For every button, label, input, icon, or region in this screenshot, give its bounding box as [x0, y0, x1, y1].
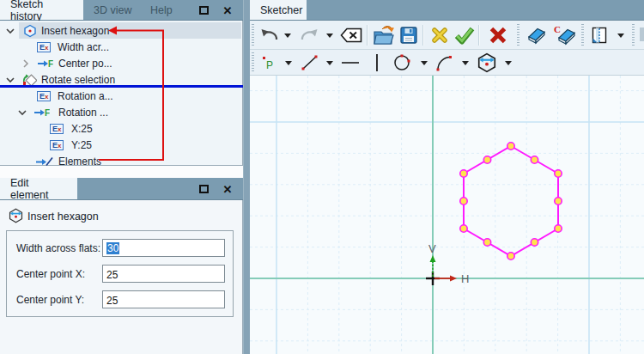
- hexagon-point-marker[interactable]: [555, 225, 562, 232]
- horizontal-line-icon: [340, 54, 361, 71]
- maximize-button[interactable]: [196, 3, 211, 18]
- toolbar-drag-handle[interactable]: [517, 24, 519, 46]
- parameters-groupbox: Width across flats: 30 Center point X: C…: [6, 230, 234, 317]
- backspace-button[interactable]: [339, 24, 363, 46]
- hexagon-tool-icon: [477, 52, 497, 73]
- h-axis-label: H: [461, 272, 469, 285]
- hexagon-insert-icon: [23, 24, 37, 38]
- sketcher-toolbar-draw: P: [250, 50, 644, 76]
- field-label-center-point-y: Center point Y:: [16, 294, 84, 306]
- arc-tool-button[interactable]: [434, 52, 455, 73]
- tab-sketch-history[interactable]: Sketch history: [0, 0, 83, 20]
- close-button[interactable]: ✕: [220, 181, 235, 197]
- application-window: Sketch history 3D view Help ✕ Insert hex…: [0, 0, 644, 354]
- erase-element-button[interactable]: [524, 24, 548, 46]
- undo-button[interactable]: [258, 24, 280, 46]
- point-dropdown-button[interactable]: [283, 57, 294, 69]
- toolbar-drag-handle[interactable]: [581, 24, 584, 46]
- tab-help[interactable]: Help: [140, 0, 183, 20]
- hexagon-point-marker[interactable]: [483, 239, 490, 246]
- hexagon-point-marker[interactable]: [555, 170, 562, 177]
- redo-button[interactable]: [299, 24, 321, 46]
- hexagon-point-marker[interactable]: [555, 198, 562, 204]
- line-tool-button[interactable]: [300, 52, 320, 73]
- edit-form-title: Insert hexagon: [27, 211, 99, 223]
- svg-text:F: F: [48, 59, 53, 69]
- hexagon-width-icon: [8, 208, 24, 223]
- horizontal-line-tool-button[interactable]: [339, 52, 361, 73]
- tree-item-rotation-angle[interactable]: Ex Rotation a...: [0, 88, 241, 104]
- panel-toggle-button[interactable]: [588, 24, 611, 46]
- toolbar-drag-handle[interactable]: [252, 52, 254, 73]
- hexagon-point-marker[interactable]: [460, 198, 467, 204]
- confirm-button[interactable]: [453, 23, 477, 47]
- eraser-icon: [525, 25, 547, 46]
- circle-dropdown-button[interactable]: [419, 57, 429, 69]
- delete-button[interactable]: [487, 24, 509, 46]
- hexagon-point-marker[interactable]: [507, 143, 514, 150]
- hexagon-point-marker[interactable]: [531, 239, 538, 246]
- v-axis-arrow: [430, 255, 436, 262]
- grid-minor-lines: [250, 76, 644, 354]
- tab-edit-element[interactable]: Edit element: [0, 178, 77, 199]
- axes-lines: [250, 76, 644, 354]
- svg-text:F: F: [45, 108, 50, 118]
- hexagon-point-marker[interactable]: [483, 156, 490, 163]
- point-coordinate-icon: F: [34, 107, 50, 118]
- chevron-down-icon: [505, 61, 512, 65]
- toolbar-separator: [367, 25, 368, 46]
- redo-icon: [300, 26, 320, 45]
- tree-item-x-value[interactable]: Ex X:25: [0, 120, 241, 137]
- hexagon-point-markers[interactable]: [460, 143, 562, 259]
- undo-dropdown-button[interactable]: [283, 29, 293, 41]
- toolbar-drag-handle[interactable]: [632, 24, 635, 46]
- chevron-down-icon[interactable]: [17, 107, 27, 118]
- tree-item-width-across[interactable]: Ex Width acr...: [0, 39, 241, 55]
- chevron-down-icon[interactable]: [5, 26, 15, 36]
- hexagon-point-marker[interactable]: [460, 225, 467, 232]
- circle-tool-button[interactable]: [392, 52, 412, 73]
- width-across-flats-input[interactable]: 30: [102, 239, 225, 257]
- panel-toggle-dropdown-button[interactable]: [616, 29, 626, 41]
- center-point-y-input[interactable]: [102, 290, 225, 308]
- chevron-down-icon[interactable]: [5, 75, 15, 85]
- open-sketch-button[interactable]: [371, 23, 395, 47]
- hexagon-point-marker[interactable]: [531, 156, 538, 163]
- center-point-x-input[interactable]: [102, 265, 225, 283]
- line-dropdown-button[interactable]: [325, 57, 335, 69]
- point-tool-button[interactable]: P: [258, 52, 278, 73]
- tree-item-label: Insert hexagon: [41, 25, 109, 37]
- arc-dropdown-button[interactable]: [460, 57, 471, 69]
- tab-sketcher[interactable]: Sketcher: [250, 0, 307, 20]
- maximize-button[interactable]: [196, 181, 211, 197]
- vertical-line-icon: [373, 53, 381, 72]
- chevron-right-icon[interactable]: [21, 58, 31, 69]
- tree-item-center-point[interactable]: F Center po...: [0, 55, 241, 71]
- tree-item-y-value[interactable]: Ex Y:25: [0, 137, 241, 153]
- red-x-icon: [489, 26, 507, 45]
- hexagon-point-marker[interactable]: [460, 170, 467, 177]
- hexagon-tool-button[interactable]: [476, 52, 498, 74]
- close-button[interactable]: ✕: [220, 3, 235, 18]
- chevron-down-icon: [462, 61, 469, 65]
- save-button[interactable]: [398, 23, 420, 47]
- redo-dropdown-button[interactable]: [325, 29, 335, 41]
- erase-construction-button[interactable]: C: [552, 23, 578, 46]
- panel-splitter[interactable]: [243, 0, 250, 354]
- cancel-button[interactable]: [428, 24, 451, 46]
- green-check-icon: [453, 25, 476, 46]
- chevron-down-icon: [326, 61, 333, 65]
- toolbar-drag-handle[interactable]: [252, 24, 254, 46]
- hexagon-point-marker[interactable]: [507, 253, 514, 259]
- tree-item-label: Rotation ...: [58, 107, 108, 119]
- selected-value: 30: [106, 242, 119, 254]
- tree-item-insert-hexagon[interactable]: Insert hexagon: [0, 22, 241, 39]
- sketch-canvas[interactable]: V H: [250, 76, 644, 354]
- line-tool-icon: [301, 54, 319, 71]
- tree-item-rotation-center[interactable]: F Rotation ...: [0, 104, 241, 120]
- open-folder-icon: [372, 24, 394, 46]
- hexagon-dropdown-button[interactable]: [503, 57, 513, 69]
- vertical-line-tool-button[interactable]: [371, 52, 383, 73]
- hexagon-sketch[interactable]: [464, 146, 558, 256]
- tab-3d-view[interactable]: 3D view: [83, 0, 142, 20]
